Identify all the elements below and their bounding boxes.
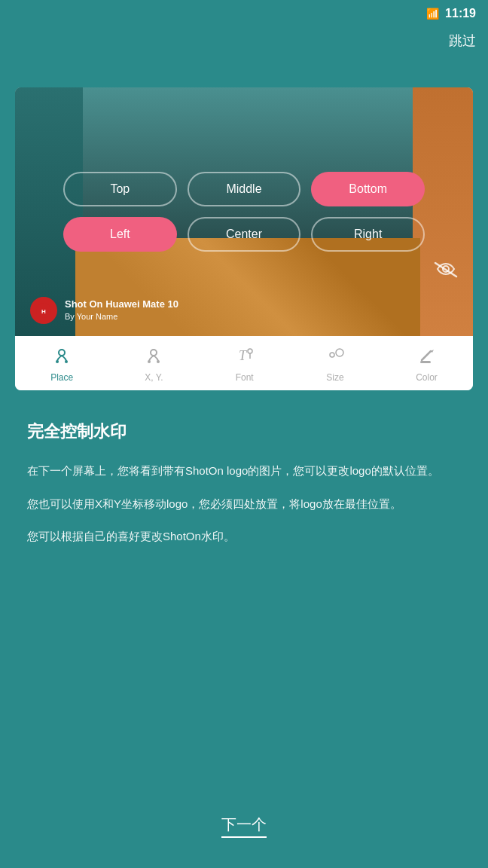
place-btn-left[interactable]: Left [63, 217, 177, 252]
svg-line-14 [422, 351, 431, 360]
content-para-3: 您可以根据自己的喜好更改ShotOn水印。 [27, 527, 461, 546]
svg-point-13 [336, 349, 343, 356]
svg-point-7 [148, 360, 151, 363]
status-bar: 📶 11:19 [0, 0, 488, 27]
toolbar: Place X, Y. T Fon [15, 336, 473, 390]
preview-area: Top Middle Bottom Left Center Right H [15, 87, 473, 336]
place-btn-center[interactable]: Center [188, 217, 301, 252]
svg-point-8 [157, 360, 160, 363]
content-para-2: 您也可以使用X和Y坐标移动logo，您必须四处放置，将logo放在最佳位置。 [27, 494, 461, 514]
watermark-device: Shot On Huawei Mate 10 [65, 298, 178, 311]
wifi-icon: 📶 [426, 8, 439, 20]
visibility-icon[interactable] [434, 259, 458, 283]
svg-point-6 [151, 350, 157, 356]
content-area: 完全控制水印 在下一个屏幕上，您将看到带有ShotOn logo的图片，您可以更… [0, 390, 488, 546]
place-icon [52, 345, 72, 369]
font-icon: T [235, 345, 255, 369]
toolbar-item-font[interactable]: T Font [235, 345, 255, 383]
svg-point-12 [330, 353, 334, 357]
size-icon [325, 345, 345, 369]
svg-point-3 [59, 350, 65, 356]
place-btn-top[interactable]: Top [63, 172, 177, 206]
toolbar-item-size[interactable]: Size [325, 345, 345, 383]
next-button[interactable]: 下一个 [221, 815, 267, 838]
svg-text:T: T [239, 348, 248, 363]
content-para-1: 在下一个屏幕上，您将看到带有ShotOn logo的图片，您可以更改logo的默… [27, 461, 461, 481]
status-time: 11:19 [445, 7, 476, 20]
skip-button[interactable]: 跳过 [449, 32, 476, 50]
svg-point-10 [248, 349, 252, 353]
size-label: Size [326, 372, 343, 383]
color-icon [417, 345, 437, 369]
svg-point-5 [65, 360, 68, 363]
place-btn-bottom[interactable]: Bottom [311, 172, 425, 206]
main-card: Top Middle Bottom Left Center Right H [15, 87, 473, 390]
font-label: Font [236, 372, 254, 383]
huawei-logo: H [30, 297, 57, 324]
watermark-text: Shot On Huawei Mate 10 By Your Name [65, 298, 178, 323]
content-title: 完全控制水印 [27, 420, 461, 443]
svg-text:H: H [41, 308, 46, 315]
xy-label: X, Y. [145, 372, 163, 383]
place-btn-right[interactable]: Right [311, 217, 425, 252]
watermark-overlay: H Shot On Huawei Mate 10 By Your Name [30, 297, 178, 324]
place-label: Place [50, 372, 73, 383]
placement-grid: Top Middle Bottom Left Center Right [63, 172, 425, 252]
toolbar-item-xy[interactable]: X, Y. [144, 345, 163, 383]
xy-icon [144, 345, 163, 369]
color-label: Color [416, 372, 438, 383]
place-btn-middle[interactable]: Middle [188, 172, 301, 206]
toolbar-item-place[interactable]: Place [50, 345, 73, 383]
svg-rect-15 [420, 361, 431, 363]
watermark-name: By Your Name [65, 311, 178, 322]
svg-point-4 [56, 360, 59, 363]
next-button-wrap: 下一个 [0, 815, 488, 838]
toolbar-item-color[interactable]: Color [416, 345, 438, 383]
